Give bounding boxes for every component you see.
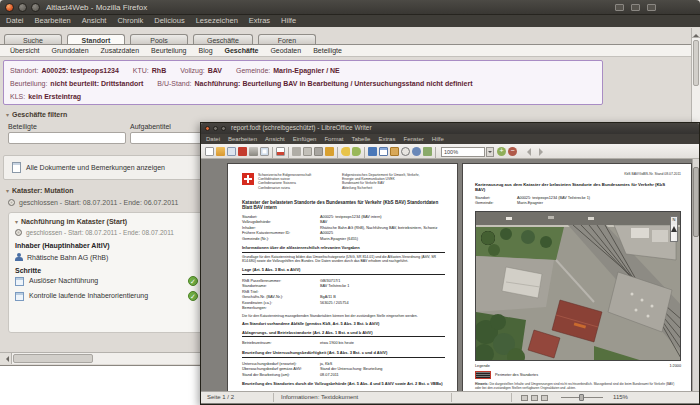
menu-item[interactable]: Format: [324, 134, 343, 144]
cut-icon[interactable]: [292, 147, 301, 156]
section-heading: Am Standort vorhandene Abfälle (gemäss K…: [242, 322, 445, 327]
menu-item[interactable]: Hilfe: [432, 134, 444, 144]
step-item[interactable]: Kontrolle laufende Inhaberorientierung✓: [15, 291, 198, 304]
pdf-icon[interactable]: [238, 147, 247, 156]
subnav-beteiligte[interactable]: Beteiligte: [313, 45, 342, 57]
menu-item[interactable]: Extras: [249, 15, 270, 27]
combo-dropdown-icon[interactable]: [486, 147, 494, 157]
email-icon[interactable]: [227, 147, 236, 156]
scrollbar-thumb[interactable]: [13, 354, 93, 363]
scrollbar-thumb[interactable]: [693, 167, 699, 237]
menu-item[interactable]: Ansicht: [82, 15, 107, 27]
view-layout-icon[interactable]: [541, 395, 548, 401]
document-field-row: Gemeinde:Marin-Epagnier: [475, 201, 681, 206]
text-line: Abteilung Sicherheit: [342, 186, 419, 190]
subnav-blog[interactable]: Blog: [199, 45, 213, 57]
zoom-in-icon[interactable]: +: [497, 147, 506, 156]
infobox-line-3: KLS:kein Ersteintrag: [10, 90, 596, 103]
menu-item[interactable]: Fenster: [403, 134, 423, 144]
subnav-geschäfte[interactable]: Geschäfte: [225, 45, 259, 57]
menu-item[interactable]: Bearbeiten: [35, 15, 71, 27]
subnav-grunddaten[interactable]: Grunddaten: [52, 45, 89, 57]
legend-item-label: Perimeter des Standortes: [495, 373, 538, 377]
infobox-line-1: Standort:A00025: testpeops1234KTU:RhBVol…: [10, 64, 596, 77]
nav-icon[interactable]: [412, 147, 421, 156]
nachfuehrung-header[interactable]: ▾Nachführung im Kataster (Start): [15, 218, 198, 225]
menu-item[interactable]: Lesezeichen: [196, 15, 238, 27]
filter-section-header[interactable]: ▾Geschäfte filtern: [6, 111, 67, 118]
menu-item[interactable]: Datei: [6, 15, 24, 27]
back-arrow-icon[interactable]: [523, 148, 531, 156]
link-icon[interactable]: [368, 147, 377, 156]
zoom-out-icon[interactable]: −: [508, 147, 517, 156]
draw-icon[interactable]: [390, 147, 399, 156]
close-button[interactable]: [205, 126, 210, 131]
titlebar-icon[interactable]: [647, 4, 656, 11]
minimize-button[interactable]: [213, 126, 218, 131]
view-layout-icon[interactable]: [531, 395, 538, 401]
table-icon[interactable]: [379, 147, 388, 156]
menu-item[interactable]: Tabelle: [351, 134, 370, 144]
section-heading: Beurteilung des Standortes durch die Vol…: [242, 382, 445, 387]
nachfuehrung-box: ▾Nachführung im Kataster (Start) geschlo…: [8, 212, 205, 333]
status-info: Informationen: Textdokument: [281, 394, 358, 400]
paste-icon[interactable]: [314, 147, 323, 156]
step-item[interactable]: Auslöser Nachführung✓: [15, 276, 198, 289]
print-icon[interactable]: [249, 147, 258, 156]
scroll-left-icon[interactable]: [0, 353, 12, 364]
maximize-button[interactable]: [221, 126, 226, 131]
scroll-up-icon[interactable]: [692, 28, 700, 38]
zoom-combo[interactable]: 100%: [441, 147, 485, 157]
map-note: Hinweis: Die dargestellten Inhalte und U…: [475, 383, 681, 391]
all-documents-link[interactable]: Alle Dokumente und Bemerkungen anzeigen: [26, 164, 165, 171]
menu-item[interactable]: Delicious: [154, 15, 184, 27]
find-icon[interactable]: [401, 147, 410, 156]
beteiligte-input[interactable]: [8, 132, 126, 144]
writer-menubar: DateiBearbeitenAnsichtEinfügenFormatTabe…: [201, 134, 699, 144]
subnav-übersicht[interactable]: Übersicht: [10, 45, 40, 57]
subnav-geodaten[interactable]: Geodaten: [270, 45, 301, 57]
titlebar-icon[interactable]: [631, 4, 640, 11]
maximize-button[interactable]: [31, 3, 40, 12]
kataster-section-header[interactable]: ▾Kataster: Mutation: [6, 187, 73, 194]
unt-fields: Untersuchungsbedarf (erwartet):ja, KbSÜb…: [242, 362, 445, 379]
task-icon: [15, 292, 24, 301]
nachfuehrung-status: geschlossen - Start: 08.07.2011 - Ende: …: [15, 229, 198, 236]
firefox-titlebar[interactable]: Altlast4Web - Mozilla Firefox: [0, 0, 700, 15]
new-icon[interactable]: [205, 147, 214, 156]
gallery-icon[interactable]: [423, 147, 432, 156]
preview-icon[interactable]: [260, 147, 269, 156]
minimize-button[interactable]: [18, 3, 27, 12]
menu-item[interactable]: Chronik: [117, 15, 143, 27]
label-value-pair: Standort:A00025: testpeops1234: [10, 67, 119, 74]
menu-item[interactable]: Einfügen: [293, 134, 317, 144]
forward-arrow-icon[interactable]: [539, 148, 547, 156]
menu-item[interactable]: Extras: [378, 134, 395, 144]
close-button[interactable]: [5, 3, 14, 12]
menu-item[interactable]: Hilfe: [281, 15, 296, 27]
writer-titlebar[interactable]: report.fodt (schreibgeschützt) - LibreOf…: [201, 123, 699, 134]
open-icon[interactable]: [216, 147, 225, 156]
menu-item[interactable]: Bearbeiten: [228, 134, 257, 144]
inhaber-row[interactable]: Rhätische Bahn AG (RhB): [15, 253, 198, 261]
zoom-slider-knob[interactable]: [579, 394, 584, 401]
titlebar-icon[interactable]: [615, 4, 624, 11]
menu-item[interactable]: Datei: [206, 134, 220, 144]
spell-icon[interactable]: [276, 147, 285, 156]
label-value-pair: KTU:RhB: [133, 67, 166, 74]
subnav-beurteilung[interactable]: Beurteilung: [151, 45, 186, 57]
person-icon: [15, 253, 23, 261]
document-page-1: Schweizerische EidgenossenschaftConfédér…: [227, 163, 458, 393]
label-value-pair: Beurteilung:nicht beurteilt: Drittstando…: [10, 80, 143, 87]
writer-vertical-scrollbar[interactable]: [692, 159, 699, 402]
label-value-pair: B/U-Stand:Nachführung: Beurteilung BAV i…: [157, 80, 472, 87]
redo-icon[interactable]: [352, 147, 361, 156]
scrollbar-thumb[interactable]: [693, 40, 699, 86]
menu-item[interactable]: Ansicht: [265, 134, 285, 144]
gear-icon: [15, 229, 22, 236]
undo-icon[interactable]: [341, 147, 350, 156]
subnav-zusatzdaten[interactable]: Zusatzdaten: [101, 45, 140, 57]
paint-icon[interactable]: [325, 147, 334, 156]
copy-icon[interactable]: [303, 147, 312, 156]
view-layout-icon[interactable]: [521, 395, 528, 401]
